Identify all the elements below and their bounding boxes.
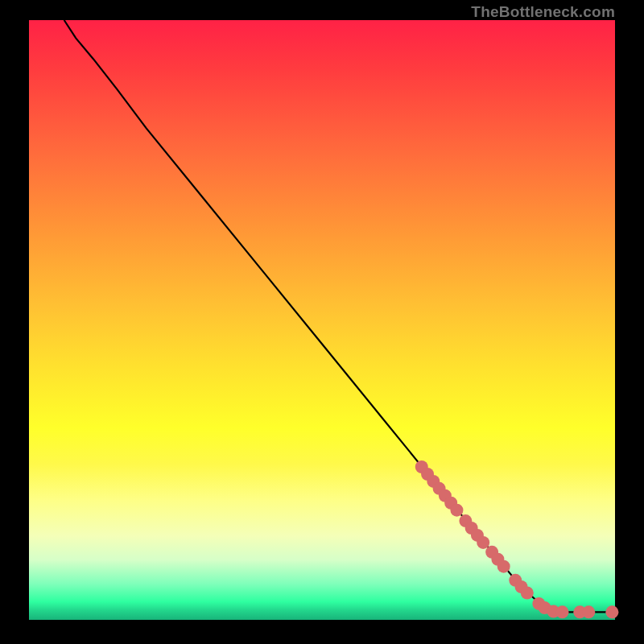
data-dots xyxy=(415,460,619,618)
data-dot xyxy=(497,560,510,573)
data-dot xyxy=(555,605,568,618)
data-dot xyxy=(582,605,595,618)
data-dot xyxy=(605,605,618,618)
attribution-label: TheBottleneck.com xyxy=(471,3,615,21)
curve-line xyxy=(64,20,615,612)
chart-overlay xyxy=(29,20,615,620)
data-dot xyxy=(477,536,489,549)
data-dot xyxy=(521,586,534,599)
attribution-text: TheBottleneck.com xyxy=(471,3,615,20)
data-dot xyxy=(450,504,463,517)
chart-container: TheBottleneck.com xyxy=(0,0,644,644)
